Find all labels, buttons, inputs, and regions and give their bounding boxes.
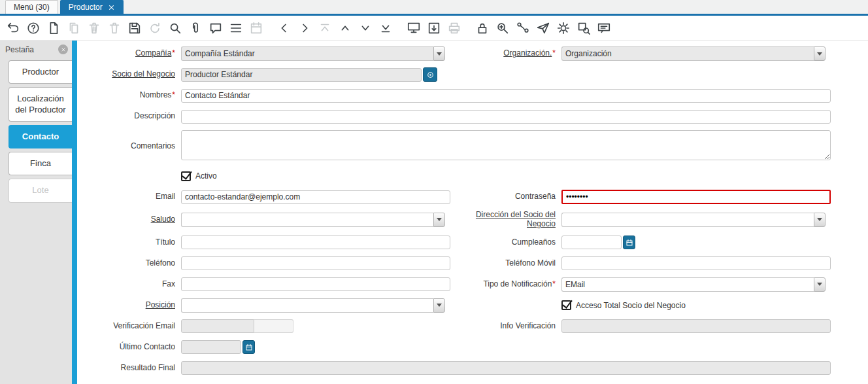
- descripcion-input[interactable]: [181, 110, 831, 124]
- ultimo-contacto-label: Último Contacto: [77, 343, 181, 352]
- calendar-button[interactable]: [242, 340, 255, 354]
- archive-icon[interactable]: [424, 18, 444, 38]
- grid-toggle-icon[interactable]: [225, 18, 246, 38]
- comments-panel-icon[interactable]: [593, 18, 614, 38]
- calendar-icon: [626, 239, 633, 247]
- cumpleanos-input[interactable]: [561, 236, 622, 249]
- direccion-combo[interactable]: [561, 213, 826, 227]
- report-icon[interactable]: [403, 18, 424, 38]
- chevron-down-icon[interactable]: [433, 46, 445, 61]
- chevron-down-icon[interactable]: [433, 213, 445, 227]
- info-verificacion-label: Info Verificación: [458, 322, 561, 331]
- chevron-down-icon[interactable]: [814, 213, 826, 227]
- required-marker: *: [552, 48, 556, 58]
- copy-record-icon: [63, 18, 84, 38]
- sidebar-item-label: Lote: [32, 185, 48, 195]
- delete-selection-icon: [104, 18, 124, 38]
- fax-input[interactable]: [181, 277, 450, 291]
- new-record-icon[interactable]: [43, 18, 63, 38]
- detail-record-icon[interactable]: [294, 18, 314, 38]
- descripcion-label: Descripción: [77, 112, 181, 121]
- verificacion-email-status: [254, 319, 293, 333]
- acceso-total-checkbox[interactable]: [561, 300, 571, 310]
- parent-record-icon[interactable]: [274, 18, 294, 38]
- direccion-value: [561, 213, 814, 227]
- saludo-combo[interactable]: [181, 213, 445, 227]
- organizacion-combo[interactable]: Organización: [561, 46, 826, 61]
- calendar-button[interactable]: [623, 236, 635, 249]
- close-icon[interactable]: [108, 4, 115, 11]
- query-icon[interactable]: [573, 18, 593, 38]
- sidebar-item-finca[interactable]: Finca: [8, 152, 72, 175]
- sidebar-item-localizacion[interactable]: Localización del Productor: [8, 87, 72, 122]
- verificacion-email-input: [181, 319, 254, 333]
- zoom-across-icon[interactable]: [492, 18, 512, 38]
- telefono-movil-label: Teléfono Móvil: [458, 259, 561, 268]
- compania-combo[interactable]: Compañía Estándar: [181, 46, 445, 61]
- previous-record-icon[interactable]: [335, 18, 355, 38]
- toolbar: [0, 16, 868, 41]
- tipo-notificacion-combo[interactable]: EMail: [561, 277, 826, 292]
- help-icon[interactable]: [23, 18, 43, 38]
- process-icon[interactable]: [553, 18, 573, 38]
- sidebar-item-contacto[interactable]: Contacto: [8, 125, 72, 148]
- sidebar-item-label: Productor: [22, 67, 59, 77]
- send-icon[interactable]: [533, 18, 553, 38]
- activo-checkbox[interactable]: [181, 171, 191, 181]
- lock-icon[interactable]: [472, 18, 492, 38]
- titulo-input[interactable]: [181, 236, 450, 249]
- email-label: Email: [77, 192, 181, 201]
- comentarios-label: Comentarios: [77, 142, 181, 151]
- telefono-input[interactable]: [181, 256, 450, 270]
- tipo-notificacion-label: Tipo de Notificación*: [458, 280, 561, 289]
- workflow-icon[interactable]: [512, 18, 533, 38]
- delete-record-icon: [84, 18, 104, 38]
- contrasena-input[interactable]: [561, 190, 831, 204]
- window-tab-bar: Menú (30) Productor: [0, 0, 868, 16]
- titulo-label: Título: [77, 238, 181, 247]
- tab-productor[interactable]: Productor: [60, 0, 124, 14]
- tab-sidebar: Pestaña Productor Localización del Produ…: [0, 41, 72, 384]
- nombres-label: Nombres*: [77, 91, 181, 100]
- refresh-icon: [144, 18, 165, 38]
- compania-value: Compañía Estándar: [181, 46, 433, 61]
- info-verificacion-input: [561, 319, 831, 333]
- required-marker: *: [552, 279, 556, 288]
- sidebar-item-label: Contacto: [22, 131, 59, 141]
- tab-menu[interactable]: Menú (30): [5, 0, 58, 14]
- socio-label: Socio del Negocio: [77, 70, 181, 79]
- comentarios-textarea[interactable]: [181, 130, 831, 160]
- telefono-label: Teléfono: [77, 259, 181, 268]
- email-input[interactable]: [181, 190, 450, 204]
- collapse-sidebar-button[interactable]: [58, 44, 68, 54]
- sidebar-item-productor[interactable]: Productor: [8, 60, 72, 84]
- undo-icon[interactable]: [3, 18, 23, 38]
- posicion-value: [181, 298, 433, 313]
- chat-icon[interactable]: [205, 18, 225, 38]
- posicion-label: Posición: [77, 301, 181, 310]
- next-record-icon[interactable]: [355, 18, 375, 38]
- print-icon: [444, 18, 464, 38]
- activo-label: Activo: [195, 171, 217, 181]
- first-record-icon: [314, 18, 335, 38]
- attachment-icon[interactable]: [185, 18, 205, 38]
- nombres-input[interactable]: [181, 89, 831, 103]
- last-record-icon[interactable]: [375, 18, 395, 38]
- direccion-label: Dirección del Socio del Negocio: [458, 211, 561, 229]
- posicion-combo[interactable]: [181, 298, 445, 313]
- telefono-movil-input[interactable]: [561, 256, 831, 270]
- chevron-down-icon[interactable]: [814, 277, 826, 292]
- chevron-down-icon[interactable]: [814, 46, 826, 61]
- sidebar-header: Pestaña: [0, 41, 72, 57]
- fax-label: Fax: [77, 280, 181, 289]
- organizacion-value: Organización: [561, 46, 814, 61]
- chevron-down-icon[interactable]: [433, 298, 445, 313]
- business-partner-lookup-button[interactable]: [423, 67, 437, 82]
- find-icon[interactable]: [165, 18, 185, 38]
- tab-productor-label: Productor: [69, 3, 103, 12]
- active-tab-indicator-bar: [72, 41, 77, 384]
- save-icon[interactable]: [124, 18, 144, 38]
- sidebar-item-lote: Lote: [8, 179, 72, 202]
- content-area: Pestaña Productor Localización del Produ…: [0, 41, 868, 384]
- sidebar-item-label: Finca: [30, 158, 51, 168]
